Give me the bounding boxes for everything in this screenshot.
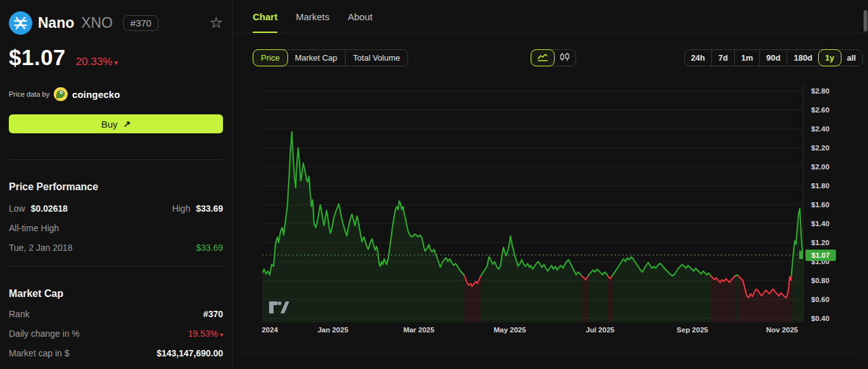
range-button-all[interactable]: all — [841, 50, 862, 66]
x-axis-label: Jan 2025 — [318, 326, 349, 334]
candlestick-chart-type-button[interactable] — [554, 50, 576, 66]
y-axis-label: $1.40 — [811, 220, 829, 227]
star-favorite-icon[interactable]: ☆ — [209, 15, 223, 30]
attribution-brand: coingecko — [72, 89, 120, 100]
x-axis-label: Mar 2025 — [403, 326, 434, 334]
buy-button[interactable]: Buy ↗ — [9, 114, 223, 133]
line-chart-type-button[interactable] — [531, 49, 555, 66]
price-change: 20.33%▾ — [76, 56, 118, 68]
y-axis-label: $2.80 — [811, 87, 829, 95]
low-high-row: Low $0.02618 High $33.69 — [9, 203, 223, 214]
y-axis-label: $0.60 — [811, 296, 829, 303]
y-axis-label: $1.20 — [811, 239, 829, 246]
data-attribution: Price data by coingecko — [9, 87, 223, 101]
coin-name: Nano — [38, 15, 75, 32]
ath-label: All-time High — [9, 223, 59, 233]
time-axis[interactable]: 2024Jan 2025Mar 2025May 2025Jul 2025Sep … — [232, 326, 868, 337]
tab-about[interactable]: About — [348, 0, 373, 33]
down-triangle-icon: ▾ — [220, 331, 223, 338]
range-button-1y[interactable]: 1y — [818, 49, 841, 66]
divider — [9, 159, 223, 160]
range-button-90d[interactable]: 90d — [759, 50, 787, 66]
low-label: Low — [9, 203, 25, 214]
current-price-axis-label: $1.07 — [805, 250, 836, 261]
down-triangle-icon: ▾ — [114, 59, 118, 66]
chart-type-toggle-group — [531, 49, 576, 66]
metric-button-price[interactable]: Price — [253, 49, 288, 66]
y-axis-label: $1.60 — [811, 201, 829, 209]
price-performance-title: Price Performance — [9, 181, 223, 193]
metric-toggle-group: PriceMarket CapTotal Volume — [253, 49, 408, 66]
tab-bar: ChartMarketsAbout — [232, 0, 868, 33]
x-axis-label: Nov 2025 — [766, 326, 799, 334]
y-axis-label: $1.80 — [811, 182, 829, 190]
x-axis-label: May 2025 — [493, 326, 526, 334]
y-axis-label: $0.80 — [811, 277, 829, 284]
x-axis-label: Sep 2025 — [677, 326, 708, 334]
rank-value: #370 — [203, 309, 223, 319]
daily-change-row: Daily change in % 19.53%▾ — [9, 329, 223, 339]
market-cap-row: Market cap in $ $143,147,690.00 — [9, 348, 223, 358]
rank-label: Rank — [9, 309, 30, 319]
tab-chart[interactable]: Chart — [253, 0, 277, 33]
market-cap-title: Market Cap — [9, 288, 223, 299]
scrollbar[interactable] — [864, 10, 867, 32]
current-price: $1.07 — [9, 45, 66, 70]
high-label: High — [172, 203, 190, 214]
coin-header: Nano XNO #370 ☆ — [9, 10, 223, 35]
ath-value: $33.69 — [196, 243, 223, 253]
metric-button-total-volume[interactable]: Total Volume — [345, 50, 407, 66]
range-button-180d[interactable]: 180d — [787, 50, 819, 66]
divider — [238, 353, 859, 354]
x-axis-label: 2024 — [262, 326, 278, 334]
market-cap-label: Market cap in $ — [9, 348, 69, 358]
sidebar: Nano XNO #370 ☆ $1.07 20.33%▾ Price data… — [0, 0, 232, 369]
daily-change-label: Daily change in % — [9, 329, 80, 339]
ath-value-row: Tue, 2 Jan 2018 $33.69 — [9, 243, 223, 253]
external-arrow-icon: ↗ — [123, 119, 131, 129]
candlestick-chart-icon — [560, 52, 570, 63]
nano-logo-icon — [9, 11, 32, 35]
low-value: $0.02618 — [31, 203, 68, 214]
y-axis-label: $0.40 — [811, 315, 829, 322]
y-axis-label: $2.60 — [811, 106, 829, 114]
y-axis-label: $2.00 — [811, 163, 829, 171]
y-axis-label: $2.40 — [811, 125, 829, 133]
ath-date: Tue, 2 Jan 2018 — [9, 243, 73, 253]
price-axis[interactable]: $2.80$2.60$2.40$2.20$2.00$1.80$1.60$1.40… — [803, 85, 868, 322]
price-row: $1.07 20.33%▾ — [9, 45, 223, 70]
line-chart-icon — [537, 53, 548, 63]
chart-controls: PriceMarket CapTotal Volume — [232, 49, 868, 66]
divider — [9, 266, 223, 267]
high-value: $33.69 — [196, 203, 223, 214]
metric-button-market-cap[interactable]: Market Cap — [287, 50, 345, 66]
range-button-1m[interactable]: 1m — [734, 50, 759, 66]
market-cap-value: $143,147,690.00 — [157, 348, 223, 358]
coin-symbol: XNO — [81, 15, 113, 32]
price-chart[interactable] — [262, 85, 803, 322]
rank-row: Rank #370 — [9, 309, 223, 319]
y-axis-label: $2.20 — [811, 144, 829, 152]
rank-badge: #370 — [123, 15, 158, 31]
tab-markets[interactable]: Markets — [296, 0, 329, 33]
daily-change-value: 19.53%▾ — [188, 329, 223, 339]
buy-label: Buy — [101, 119, 118, 130]
tradingview-logo[interactable] — [269, 301, 289, 314]
coingecko-logo-icon — [54, 87, 68, 101]
app-root: Nano XNO #370 ☆ $1.07 20.33%▾ Price data… — [0, 0, 868, 369]
attribution-prefix: Price data by — [9, 90, 49, 98]
x-axis-label: Jul 2025 — [586, 326, 614, 334]
range-toggle-group: 24h7d1m90d180d1yall — [684, 49, 863, 66]
range-button-7d[interactable]: 7d — [711, 50, 734, 66]
main-panel: ChartMarketsAbout PriceMarket CapTotal V… — [232, 0, 868, 369]
range-button-24h[interactable]: 24h — [685, 50, 711, 66]
ath-label-row: All-time High — [9, 223, 223, 233]
